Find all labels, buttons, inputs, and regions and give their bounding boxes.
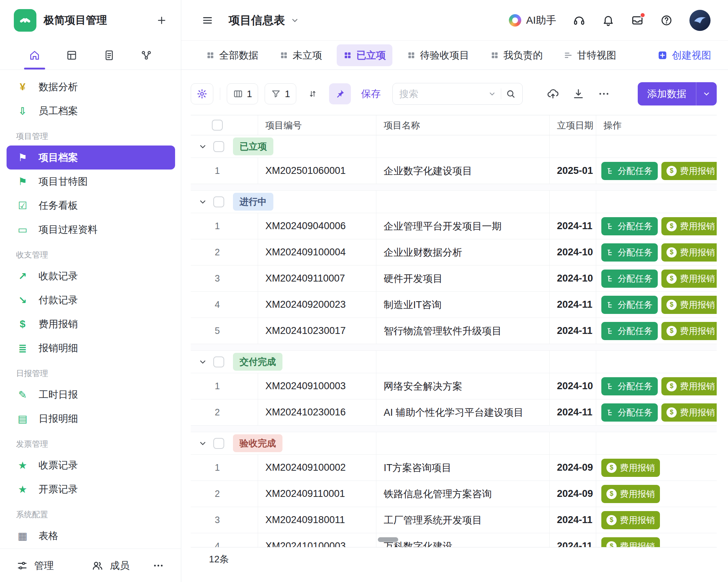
expense-claim-button[interactable]: $费用报销 (601, 459, 660, 477)
nav-table-tab[interactable] (58, 41, 85, 69)
group-select-checkbox[interactable] (213, 196, 224, 207)
column-header-name[interactable]: 项目名称 (376, 115, 550, 135)
nav-workflow-tab[interactable] (133, 41, 160, 69)
sidebar-item-daily-timesheet[interactable]: ✎ 工时日报 (7, 383, 175, 407)
tab-all-data[interactable]: 全部数据 (199, 44, 265, 66)
toolbar-separator (220, 88, 220, 100)
table-row[interactable]: 1 XM202501060001 企业数字化建设项目 2025-01 分配任务$… (191, 158, 717, 184)
sidebar-item-task-board[interactable]: ☑ 任务看板 (7, 194, 175, 218)
group-select-checkbox[interactable] (213, 141, 224, 152)
expense-claim-button[interactable]: $费用报销 (661, 377, 717, 395)
assign-task-button[interactable]: 分配任务 (601, 296, 658, 314)
expense-claim-button[interactable]: $费用报销 (601, 485, 660, 503)
expense-claim-button[interactable]: $费用报销 (661, 322, 717, 340)
search-icon[interactable] (506, 89, 516, 99)
tab-approved[interactable]: 已立项 (337, 44, 392, 66)
sort-button[interactable] (303, 83, 323, 104)
sidebar-item-employee-files[interactable]: ⇩ 员工档案 (7, 99, 175, 123)
nav-document-tab[interactable] (96, 41, 123, 69)
sidebar-item-expense-details[interactable]: ≣ 报销明细 (7, 336, 175, 360)
assign-task-button[interactable]: 分配任务 (601, 243, 658, 262)
help-button[interactable] (660, 14, 673, 27)
import-button[interactable] (547, 88, 559, 100)
sidebar-item-data-analysis[interactable]: ¥ 数据分析 (7, 75, 175, 99)
expense-claim-button[interactable]: $费用报销 (661, 243, 717, 262)
table-row[interactable]: 3 XM202409110007 硬件开发项目 2024-10 分配任务$费用报… (191, 266, 717, 292)
sidebar-item-project-process-docs[interactable]: ▭ 项目过程资料 (7, 218, 175, 242)
table-row[interactable]: 2 XM202409110001 铁路信息化管理方案咨询 2024-09 $费用… (191, 481, 717, 507)
group-row-left: 已立项 (191, 135, 376, 158)
table-row[interactable]: 4 XM202409200023 制造业IT咨询 2024-11 分配任务$费用… (191, 292, 717, 318)
collapse-chevron-icon[interactable] (198, 142, 207, 151)
collapse-chevron-icon[interactable] (198, 439, 207, 448)
table-row[interactable]: 2 XM202410230016 AI 辅助个性化学习平台建设项目 2024-1… (191, 399, 717, 426)
table-row[interactable]: 1 XM202409040006 企业管理平台开发项目一期 2024-11 分配… (191, 213, 717, 239)
pin-button[interactable] (329, 83, 351, 104)
tab-gantt-view[interactable]: 甘特视图 (557, 44, 623, 66)
tab-not-approved[interactable]: 未立项 (273, 44, 329, 66)
expense-claim-button[interactable]: $费用报销 (661, 162, 717, 180)
sidebar-item-tables[interactable]: ▦ 表格 (7, 524, 175, 548)
sidebar-more-button[interactable] (153, 560, 164, 571)
ai-assistant-button[interactable]: AI助手 (509, 13, 556, 27)
group-select-checkbox[interactable] (213, 438, 224, 449)
table-row[interactable]: 3 XM202409180011 工厂管理系统开发项目 2024-11 $费用报… (191, 507, 717, 533)
collapse-chevron-icon[interactable] (198, 197, 207, 207)
filter-button[interactable]: 1 (265, 83, 296, 104)
expense-claim-button[interactable]: $费用报销 (661, 403, 717, 422)
column-header-actions[interactable]: 操作 (596, 115, 717, 135)
save-button[interactable]: 保存 (361, 87, 381, 100)
sidebar-item-project-gantt[interactable]: ⚑ 项目甘特图 (7, 170, 175, 194)
expense-claim-button[interactable]: $费用报销 (661, 296, 717, 314)
more-actions-button[interactable] (598, 88, 610, 100)
collapse-sidebar-button[interactable] (202, 15, 213, 26)
assign-task-button[interactable]: 分配任务 (601, 403, 658, 422)
nav-home-tab[interactable] (21, 41, 48, 69)
select-all-checkbox[interactable] (212, 120, 223, 131)
search-input[interactable] (399, 88, 483, 100)
tab-pending-acceptance[interactable]: 待验收项目 (400, 44, 476, 66)
sidebar-item-project-files[interactable]: ⚑ 项目档案 (7, 146, 175, 170)
sidebar-item-payment-records[interactable]: ↘ 付款记录 (7, 288, 175, 312)
assign-task-button[interactable]: 分配任务 (601, 322, 658, 340)
sidebar-item-daily-details[interactable]: ▤ 日报明细 (7, 407, 175, 431)
project-code-cell: XM202501060001 (258, 158, 376, 184)
members-button[interactable]: 成员 (92, 559, 130, 572)
sidebar-item-invoice-issued[interactable]: ★ 开票记录 (7, 477, 175, 501)
export-button[interactable] (572, 88, 585, 100)
hamburger-icon (202, 15, 213, 26)
horizontal-scrollbar-thumb[interactable] (378, 537, 398, 542)
add-data-button[interactable]: 添加数据 (638, 82, 717, 105)
assign-task-button[interactable]: 分配任务 (601, 377, 658, 395)
assign-task-button[interactable]: 分配任务 (601, 270, 658, 288)
assign-task-button[interactable]: 分配任务 (601, 217, 658, 235)
hidden-fields-button[interactable]: 1 (227, 83, 258, 104)
expense-claim-button[interactable]: $费用报销 (661, 270, 717, 288)
assign-task-button[interactable]: 分配任务 (601, 162, 658, 180)
sidebar-item-expense-claim[interactable]: $ 费用报销 (7, 312, 175, 336)
user-avatar[interactable] (689, 10, 711, 31)
collapse-chevron-icon[interactable] (198, 357, 207, 367)
view-settings-button[interactable] (191, 83, 213, 104)
group-select-checkbox[interactable] (213, 356, 224, 367)
support-button[interactable] (573, 14, 585, 27)
page-title-dropdown[interactable]: 项目信息表 (229, 13, 300, 28)
table-row[interactable]: 1 XM202409100003 网络安全解决方案 2024-10 分配任务$费… (191, 373, 717, 399)
manage-button[interactable]: 管理 (17, 559, 54, 572)
table-row[interactable]: 2 XM202409100004 企业业财数据分析 2024-10 分配任务$费… (191, 239, 717, 266)
tab-my-projects[interactable]: 我负责的 (484, 44, 549, 66)
expense-claim-button[interactable]: $费用报销 (601, 511, 660, 529)
inbox-button[interactable] (631, 14, 644, 27)
column-header-code[interactable]: 项目编号 (258, 115, 376, 135)
column-header-date[interactable]: 立项日期 (550, 115, 596, 135)
add-app-button[interactable] (156, 15, 167, 26)
expense-claim-button[interactable]: $费用报销 (661, 217, 717, 235)
search-scope-chevron-icon[interactable] (488, 89, 496, 98)
sidebar-item-invoice-received[interactable]: ★ 收票记录 (7, 453, 175, 477)
notifications-button[interactable] (602, 14, 614, 27)
sidebar-item-receipt-records[interactable]: ↗ 收款记录 (7, 264, 175, 288)
table-row[interactable]: 1 XM202409100002 IT方案咨询项目 2024-09 $费用报销 (191, 455, 717, 481)
create-view-button[interactable]: 创建视图 (657, 49, 711, 62)
add-data-dropdown[interactable] (696, 89, 717, 98)
table-row[interactable]: 5 XM202410230017 智行物流管理软件升级项目 2024-11 分配… (191, 318, 717, 344)
